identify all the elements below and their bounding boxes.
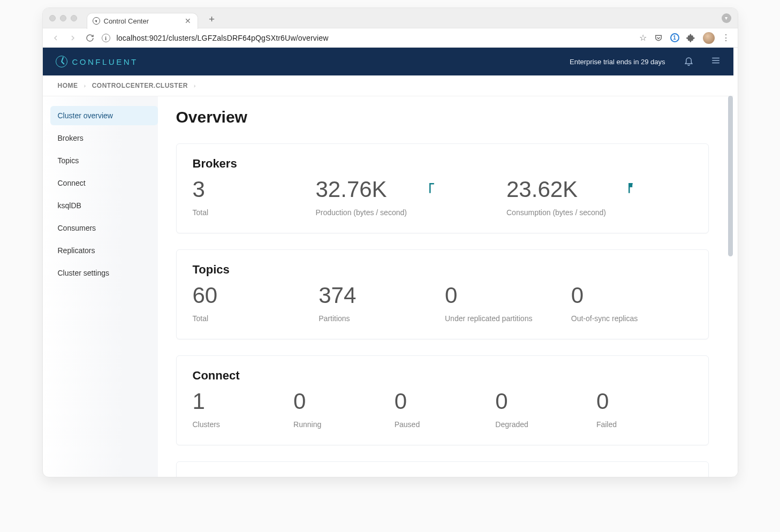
profile-avatar[interactable] <box>703 32 715 44</box>
window-close-button[interactable] <box>49 15 56 21</box>
metric-connect-failed: 0 Failed <box>596 390 692 429</box>
browser-titlebar: Control Center ✕ + ▾ <box>43 8 738 28</box>
sidebar-item-topics[interactable]: Topics <box>50 151 158 170</box>
card-brokers-title: Brokers <box>193 157 692 171</box>
tab-close-button[interactable]: ✕ <box>185 17 191 25</box>
metric-topics-total: 60 Total <box>193 284 314 323</box>
card-ksqldb: ksqlDB <box>176 461 709 477</box>
sidebar-item-replicators[interactable]: Replicators <box>50 241 158 260</box>
breadcrumb-home[interactable]: HOME <box>58 82 78 89</box>
new-tab-button[interactable]: + <box>209 13 215 25</box>
bookmark-star-icon[interactable]: ☆ <box>639 33 647 43</box>
nav-back-button[interactable] <box>50 33 61 43</box>
browser-menu-button[interactable]: ⋮ <box>722 33 730 43</box>
app-menu-button[interactable] <box>710 56 721 67</box>
card-topics: Topics 60 Total 374 Partitions 0 Under r <box>176 249 709 339</box>
metric-topics-partitions: 374 Partitions <box>319 284 440 323</box>
card-brokers: Brokers 3 Total 32.76K Production (bytes… <box>176 143 709 233</box>
sparkline-production-icon <box>428 178 450 197</box>
extensions-icon[interactable] <box>686 33 696 43</box>
compass-icon <box>93 17 100 25</box>
metric-connect-paused: 0 Paused <box>395 390 490 429</box>
breadcrumb: HOME › CONTROLCENTER.CLUSTER › <box>43 75 733 96</box>
app-header: CONFLUENT Enterprise trial ends in 29 da… <box>43 48 733 75</box>
metric-connect-running: 0 Running <box>293 390 389 429</box>
pocket-icon[interactable] <box>654 33 663 43</box>
chevron-right-icon: › <box>194 82 196 89</box>
metric-topics-under-replicated: 0 Under replicated partitions <box>445 284 566 323</box>
site-info-icon[interactable]: i <box>102 34 110 42</box>
sidebar-item-consumers[interactable]: Consumers <box>50 218 158 238</box>
metric-connect-degraded: 0 Degraded <box>495 390 591 429</box>
card-topics-title: Topics <box>193 263 692 277</box>
breadcrumb-cluster[interactable]: CONTROLCENTER.CLUSTER <box>92 82 188 89</box>
browser-urlbar: i localhost:9021/clusters/LGFZalsDRF64pQ… <box>43 28 738 48</box>
metric-topics-oos: 0 Out-of-sync replicas <box>571 284 692 323</box>
main-content: Overview Brokers 3 Total 32.76K Producti… <box>158 96 733 477</box>
window-minimize-button[interactable] <box>60 15 66 21</box>
nav-forward-button[interactable] <box>67 33 78 43</box>
sidebar-item-connect[interactable]: Connect <box>50 173 158 193</box>
card-connect-title: Connect <box>193 369 692 383</box>
page-title: Overview <box>176 108 709 126</box>
metric-brokers-total: 3 Total <box>193 178 311 217</box>
window-zoom-button[interactable] <box>71 15 77 21</box>
onepassword-icon[interactable]: 1 <box>670 33 679 42</box>
url-text[interactable]: localhost:9021/clusters/LGFZalsDRF64pQgS… <box>117 34 633 42</box>
notifications-button[interactable] <box>684 56 694 68</box>
nav-reload-button[interactable] <box>85 33 95 43</box>
sidebar-item-cluster-overview[interactable]: Cluster overview <box>50 106 158 125</box>
confluent-logo-icon <box>56 56 67 67</box>
card-ksqldb-title: ksqlDB <box>193 475 692 477</box>
sidebar-item-brokers[interactable]: Brokers <box>50 128 158 148</box>
metric-brokers-production: 32.76K Production (bytes / second) <box>316 178 502 217</box>
sidebar: Cluster overview Brokers Topics Connect … <box>43 96 158 477</box>
browser-tab-title: Control Center <box>104 17 149 25</box>
scrollbar[interactable] <box>728 96 733 256</box>
window-dropdown-icon[interactable]: ▾ <box>722 13 731 23</box>
trial-banner: Enterprise trial ends in 29 days <box>570 58 665 66</box>
metric-connect-clusters: 1 Clusters <box>193 390 289 429</box>
sidebar-item-cluster-settings[interactable]: Cluster settings <box>50 263 158 283</box>
metric-brokers-consumption: 23.62K Consumption (bytes / second) <box>506 178 692 217</box>
chevron-right-icon: › <box>84 82 86 89</box>
sparkline-consumption-icon <box>627 178 649 197</box>
brand-logo[interactable]: CONFLUENT <box>56 56 138 67</box>
browser-tab[interactable]: Control Center ✕ <box>87 13 199 29</box>
card-connect: Connect 1 Clusters 0 Running 0 Paused <box>176 355 709 445</box>
brand-name: CONFLUENT <box>72 57 138 66</box>
sidebar-item-ksqldb[interactable]: ksqlDB <box>50 196 158 215</box>
